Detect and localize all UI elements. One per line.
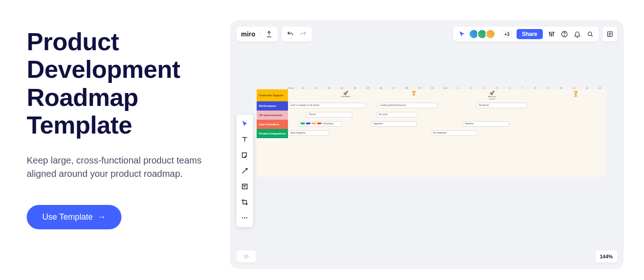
task-bar[interactable]: das world (376, 112, 418, 117)
share-button[interactable]: Share (517, 29, 543, 39)
search-icon[interactable] (586, 30, 594, 38)
swimlane-label: User Activation (257, 120, 288, 129)
comment-list-icon (606, 30, 614, 38)
comments-panel[interactable] (603, 27, 617, 41)
swimlane-body[interactable]: OnboardingIntegrationRetention (288, 120, 606, 129)
more-avatars-badge[interactable]: +3 (502, 31, 512, 38)
marketing-copy: Product Development Roadmap Template Kee… (0, 0, 230, 280)
lane-header-label: Customer Support (257, 89, 288, 101)
separator (260, 30, 260, 38)
cta-label: Use Template (42, 212, 93, 222)
headline: Product Development Roadmap Template (27, 28, 212, 139)
settings-icon[interactable] (547, 30, 556, 38)
milestone-icon: 🚀MilestoneLaunch (488, 91, 496, 100)
bottom-left-panel[interactable] (236, 251, 256, 262)
task-bar[interactable]: Jira Integration (431, 130, 477, 136)
headline-l1: Product (27, 28, 119, 55)
help-icon[interactable] (560, 30, 569, 38)
tool-sidebar (236, 115, 253, 227)
crop-tool-icon[interactable] (239, 197, 250, 208)
sticky-tool-icon[interactable] (239, 150, 250, 161)
text-tool-icon[interactable] (239, 134, 250, 145)
task-bar[interactable]: Themes (306, 112, 352, 117)
task-bar[interactable]: Retention (463, 121, 509, 127)
svg-point-2 (553, 32, 554, 33)
zoom-indicator[interactable]: 144% (595, 251, 617, 262)
svg-point-0 (549, 33, 551, 34)
task-bar[interactable]: Loading speed improvement (378, 103, 437, 108)
svg-point-8 (242, 217, 243, 218)
avatar (485, 29, 495, 39)
lane-header: Customer Support 🚀v3.0 Mobile🏆🚀Milestone… (257, 89, 606, 101)
milestone-icon: 🏆 (411, 91, 416, 95)
app-preview-column: miro (230, 0, 644, 280)
swimlane-body[interactable]: Themesdas world (288, 111, 606, 120)
topbar-left: miro (236, 27, 312, 41)
roadmap-canvas[interactable]: Customer Support 🚀v3.0 Mobile🏆🚀Milestone… (257, 89, 606, 177)
swimlane-label: Performance (257, 101, 288, 111)
topbar-right: +3 Share (453, 27, 617, 41)
undo-icon[interactable] (286, 30, 294, 38)
svg-point-9 (244, 217, 245, 218)
headline-l3: Roadmap (27, 83, 138, 111)
task-bar[interactable]: Learn to navigate on the boards (288, 103, 366, 108)
avatar-stack[interactable] (471, 29, 495, 39)
swimlane-label: UX Improvements (257, 111, 288, 120)
task-bar[interactable]: Sample 20 (477, 103, 527, 108)
miro-logo: miro (241, 30, 255, 38)
bell-icon[interactable] (573, 30, 581, 38)
headline-l2: Development (27, 55, 180, 83)
task-bar[interactable]: Integration (371, 121, 417, 127)
undo-redo-panel (282, 27, 312, 41)
swimlane-body[interactable]: Learn to navigate on the boardsLoading s… (288, 101, 606, 111)
svg-point-5 (588, 32, 592, 35)
more-tools-icon[interactable] (239, 212, 250, 223)
frame-tool-icon[interactable] (239, 181, 250, 192)
arrow-right-icon: → (98, 212, 106, 222)
swimlane-row: User ActivationOnboardingIntegrationRete… (257, 120, 606, 129)
collab-panel: +3 Share (453, 27, 599, 41)
swimlane-body[interactable]: Slack IntegrationJira Integration (288, 129, 606, 138)
select-tool-icon[interactable] (239, 118, 250, 129)
milestone-icon: 🚀v3.0 Mobile (341, 91, 350, 98)
milestone-icon: 🏆v4.1 (573, 91, 578, 98)
date-ruler: 19 sep 20212223242526272830311 loc234567… (257, 85, 606, 89)
task-bar[interactable]: Slack Integration (288, 130, 329, 136)
milestone-row: 🚀v3.0 Mobile🏆🚀MilestoneLaunch🏆v4.1 (288, 89, 606, 101)
svg-point-4 (564, 35, 564, 36)
use-template-button[interactable]: Use Template → (27, 205, 121, 229)
cursor-icon[interactable] (458, 30, 466, 38)
connector-tool-icon[interactable] (239, 165, 250, 176)
miro-board-frame: miro (230, 20, 624, 269)
chevrons-icon (242, 252, 250, 261)
export-icon[interactable] (265, 30, 273, 38)
swimlane-row: UX ImprovementsThemesdas world (257, 111, 606, 120)
swimlane-row: Product IntegrationsSlack IntegrationJir… (257, 129, 606, 138)
svg-point-10 (246, 217, 247, 218)
task-bar[interactable]: Onboarding (298, 121, 342, 127)
swimlane-label: Product Integrations (257, 129, 288, 138)
brand-panel: miro (236, 27, 278, 41)
swimlane-row: PerformanceLearn to navigate on the boar… (257, 101, 606, 111)
subcopy: Keep large, cross-functional product tea… (27, 154, 206, 181)
headline-l4: Template (27, 111, 132, 139)
redo-icon[interactable] (299, 30, 307, 38)
svg-point-1 (551, 35, 552, 36)
